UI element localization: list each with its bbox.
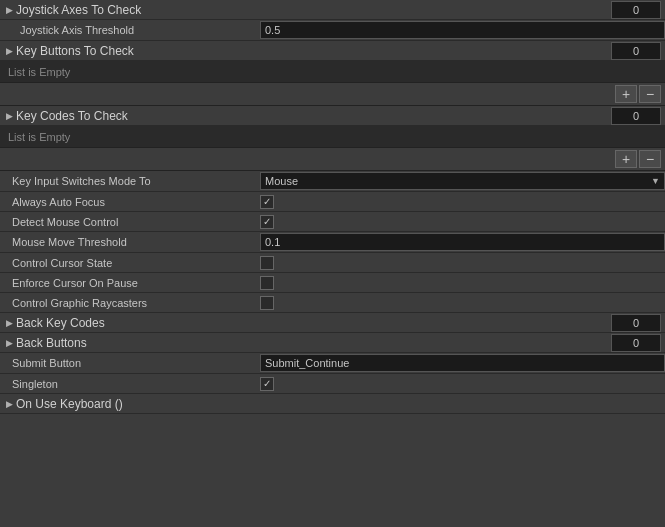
back-key-codes-row: ▶ Back Key Codes (0, 313, 665, 333)
key-codes-add-button[interactable]: + (615, 150, 637, 168)
control-graphic-raycasters-label: Control Graphic Raycasters (0, 297, 260, 309)
key-input-switches-label: Key Input Switches Mode To (0, 175, 260, 187)
key-codes-remove-button[interactable]: − (639, 150, 661, 168)
key-buttons-label: Key Buttons To Check (16, 44, 134, 58)
control-cursor-state-checkbox[interactable] (260, 256, 274, 270)
submit-button-row: Submit Button (0, 353, 665, 374)
key-buttons-row: ▶ Key Buttons To Check (0, 41, 665, 61)
always-auto-focus-row: Always Auto Focus (0, 192, 665, 212)
mouse-move-threshold-input[interactable] (260, 233, 665, 251)
on-use-keyboard-label: On Use Keyboard () (16, 397, 123, 411)
joystick-threshold-input[interactable] (260, 21, 665, 39)
back-buttons-row: ▶ Back Buttons (0, 333, 665, 353)
back-key-codes-triangle[interactable]: ▶ (4, 318, 14, 328)
key-buttons-triangle[interactable]: ▶ (4, 46, 14, 56)
joystick-axes-row: ▶ Joystick Axes To Check (0, 0, 665, 20)
key-codes-empty: List is Empty (0, 126, 665, 148)
joystick-axes-label: Joystick Axes To Check (16, 3, 141, 17)
key-buttons-controls: + − (0, 83, 665, 106)
mouse-move-threshold-row: Mouse Move Threshold (0, 232, 665, 253)
back-key-codes-label: Back Key Codes (16, 316, 105, 330)
submit-button-input[interactable] (260, 354, 665, 372)
detect-mouse-control-row: Detect Mouse Control (0, 212, 665, 232)
dropdown-arrow-icon: ▼ (651, 176, 660, 186)
key-codes-count[interactable] (611, 107, 661, 125)
always-auto-focus-label: Always Auto Focus (0, 196, 260, 208)
detect-mouse-control-label: Detect Mouse Control (0, 216, 260, 228)
submit-button-label: Submit Button (0, 357, 260, 369)
enforce-cursor-on-pause-checkbox[interactable] (260, 276, 274, 290)
enforce-cursor-on-pause-label: Enforce Cursor On Pause (0, 277, 260, 289)
control-cursor-state-label: Control Cursor State (0, 257, 260, 269)
back-buttons-count[interactable] (611, 334, 661, 352)
joystick-axes-count[interactable] (611, 1, 661, 19)
enforce-cursor-on-pause-row: Enforce Cursor On Pause (0, 273, 665, 293)
singleton-row: Singleton (0, 374, 665, 394)
control-cursor-state-row: Control Cursor State (0, 253, 665, 273)
singleton-label: Singleton (0, 378, 260, 390)
key-codes-controls: + − (0, 148, 665, 171)
key-input-switches-dropdown[interactable]: Mouse ▼ (260, 172, 665, 190)
on-use-keyboard-triangle[interactable]: ▶ (4, 399, 14, 409)
control-graphic-raycasters-row: Control Graphic Raycasters (0, 293, 665, 313)
back-buttons-label: Back Buttons (16, 336, 87, 350)
singleton-checkbox[interactable] (260, 377, 274, 391)
mouse-move-threshold-label: Mouse Move Threshold (0, 236, 260, 248)
always-auto-focus-checkbox[interactable] (260, 195, 274, 209)
inspector-panel: ▶ Joystick Axes To Check Joystick Axis T… (0, 0, 665, 527)
control-graphic-raycasters-checkbox[interactable] (260, 296, 274, 310)
key-buttons-remove-button[interactable]: − (639, 85, 661, 103)
key-buttons-count[interactable] (611, 42, 661, 60)
joystick-threshold-label: Joystick Axis Threshold (0, 24, 260, 36)
key-codes-triangle[interactable]: ▶ (4, 111, 14, 121)
on-use-keyboard-row: ▶ On Use Keyboard () (0, 394, 665, 414)
key-input-switches-row: Key Input Switches Mode To Mouse ▼ (0, 171, 665, 192)
back-key-codes-count[interactable] (611, 314, 661, 332)
back-buttons-triangle[interactable]: ▶ (4, 338, 14, 348)
joystick-axes-triangle[interactable]: ▶ (4, 5, 14, 15)
detect-mouse-control-checkbox[interactable] (260, 215, 274, 229)
key-buttons-empty: List is Empty (0, 61, 665, 83)
key-codes-row: ▶ Key Codes To Check (0, 106, 665, 126)
joystick-threshold-row: Joystick Axis Threshold (0, 20, 665, 41)
key-codes-label: Key Codes To Check (16, 109, 128, 123)
key-buttons-add-button[interactable]: + (615, 85, 637, 103)
